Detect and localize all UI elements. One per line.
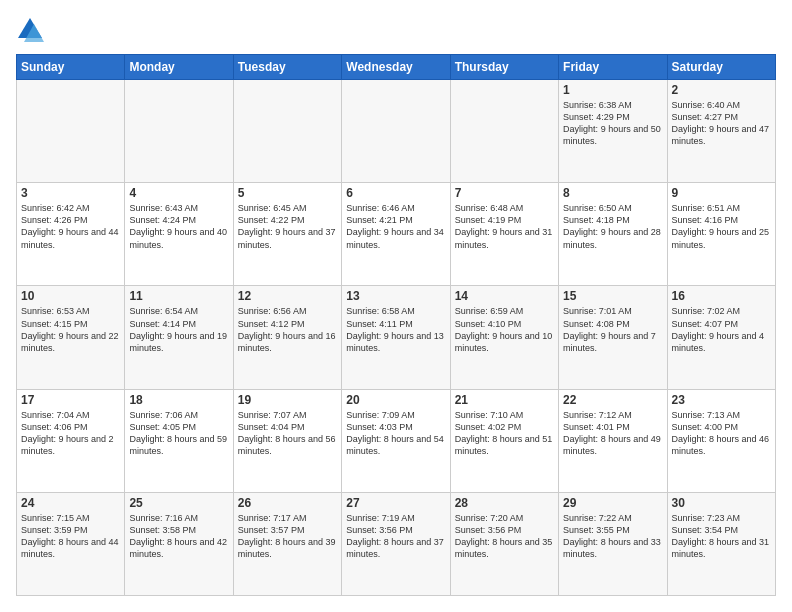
day-cell: 10Sunrise: 6:53 AM Sunset: 4:15 PM Dayli…: [17, 286, 125, 389]
day-cell: 23Sunrise: 7:13 AM Sunset: 4:00 PM Dayli…: [667, 389, 775, 492]
day-cell: [342, 80, 450, 183]
day-number: 16: [672, 289, 771, 303]
day-info: Sunrise: 7:01 AM Sunset: 4:08 PM Dayligh…: [563, 305, 662, 354]
day-cell: 1Sunrise: 6:38 AM Sunset: 4:29 PM Daylig…: [559, 80, 667, 183]
day-number: 23: [672, 393, 771, 407]
day-cell: 2Sunrise: 6:40 AM Sunset: 4:27 PM Daylig…: [667, 80, 775, 183]
day-cell: 30Sunrise: 7:23 AM Sunset: 3:54 PM Dayli…: [667, 492, 775, 595]
day-info: Sunrise: 6:56 AM Sunset: 4:12 PM Dayligh…: [238, 305, 337, 354]
day-info: Sunrise: 7:04 AM Sunset: 4:06 PM Dayligh…: [21, 409, 120, 458]
week-row-5: 24Sunrise: 7:15 AM Sunset: 3:59 PM Dayli…: [17, 492, 776, 595]
day-info: Sunrise: 6:59 AM Sunset: 4:10 PM Dayligh…: [455, 305, 554, 354]
week-row-4: 17Sunrise: 7:04 AM Sunset: 4:06 PM Dayli…: [17, 389, 776, 492]
day-number: 24: [21, 496, 120, 510]
weekday-header-friday: Friday: [559, 55, 667, 80]
weekday-header-monday: Monday: [125, 55, 233, 80]
day-number: 4: [129, 186, 228, 200]
day-cell: 14Sunrise: 6:59 AM Sunset: 4:10 PM Dayli…: [450, 286, 558, 389]
day-number: 7: [455, 186, 554, 200]
day-cell: [125, 80, 233, 183]
day-info: Sunrise: 6:50 AM Sunset: 4:18 PM Dayligh…: [563, 202, 662, 251]
day-info: Sunrise: 7:06 AM Sunset: 4:05 PM Dayligh…: [129, 409, 228, 458]
day-cell: 13Sunrise: 6:58 AM Sunset: 4:11 PM Dayli…: [342, 286, 450, 389]
day-info: Sunrise: 7:13 AM Sunset: 4:00 PM Dayligh…: [672, 409, 771, 458]
day-number: 30: [672, 496, 771, 510]
day-number: 26: [238, 496, 337, 510]
day-cell: [17, 80, 125, 183]
day-cell: 3Sunrise: 6:42 AM Sunset: 4:26 PM Daylig…: [17, 183, 125, 286]
day-cell: 5Sunrise: 6:45 AM Sunset: 4:22 PM Daylig…: [233, 183, 341, 286]
day-number: 12: [238, 289, 337, 303]
week-row-2: 3Sunrise: 6:42 AM Sunset: 4:26 PM Daylig…: [17, 183, 776, 286]
day-number: 15: [563, 289, 662, 303]
day-number: 9: [672, 186, 771, 200]
day-info: Sunrise: 6:45 AM Sunset: 4:22 PM Dayligh…: [238, 202, 337, 251]
day-number: 10: [21, 289, 120, 303]
day-number: 19: [238, 393, 337, 407]
week-row-3: 10Sunrise: 6:53 AM Sunset: 4:15 PM Dayli…: [17, 286, 776, 389]
day-info: Sunrise: 6:54 AM Sunset: 4:14 PM Dayligh…: [129, 305, 228, 354]
day-number: 21: [455, 393, 554, 407]
day-info: Sunrise: 7:10 AM Sunset: 4:02 PM Dayligh…: [455, 409, 554, 458]
day-info: Sunrise: 7:16 AM Sunset: 3:58 PM Dayligh…: [129, 512, 228, 561]
day-cell: 22Sunrise: 7:12 AM Sunset: 4:01 PM Dayli…: [559, 389, 667, 492]
weekday-header-tuesday: Tuesday: [233, 55, 341, 80]
day-number: 22: [563, 393, 662, 407]
week-row-1: 1Sunrise: 6:38 AM Sunset: 4:29 PM Daylig…: [17, 80, 776, 183]
day-info: Sunrise: 6:53 AM Sunset: 4:15 PM Dayligh…: [21, 305, 120, 354]
day-info: Sunrise: 7:09 AM Sunset: 4:03 PM Dayligh…: [346, 409, 445, 458]
day-cell: 9Sunrise: 6:51 AM Sunset: 4:16 PM Daylig…: [667, 183, 775, 286]
day-info: Sunrise: 7:19 AM Sunset: 3:56 PM Dayligh…: [346, 512, 445, 561]
day-number: 27: [346, 496, 445, 510]
day-info: Sunrise: 6:38 AM Sunset: 4:29 PM Dayligh…: [563, 99, 662, 148]
day-cell: 29Sunrise: 7:22 AM Sunset: 3:55 PM Dayli…: [559, 492, 667, 595]
day-cell: 27Sunrise: 7:19 AM Sunset: 3:56 PM Dayli…: [342, 492, 450, 595]
day-number: 1: [563, 83, 662, 97]
day-number: 25: [129, 496, 228, 510]
day-info: Sunrise: 7:17 AM Sunset: 3:57 PM Dayligh…: [238, 512, 337, 561]
day-number: 3: [21, 186, 120, 200]
day-cell: 16Sunrise: 7:02 AM Sunset: 4:07 PM Dayli…: [667, 286, 775, 389]
day-info: Sunrise: 7:12 AM Sunset: 4:01 PM Dayligh…: [563, 409, 662, 458]
day-number: 28: [455, 496, 554, 510]
weekday-header-sunday: Sunday: [17, 55, 125, 80]
day-info: Sunrise: 6:42 AM Sunset: 4:26 PM Dayligh…: [21, 202, 120, 251]
day-cell: 15Sunrise: 7:01 AM Sunset: 4:08 PM Dayli…: [559, 286, 667, 389]
day-number: 20: [346, 393, 445, 407]
day-cell: 4Sunrise: 6:43 AM Sunset: 4:24 PM Daylig…: [125, 183, 233, 286]
day-info: Sunrise: 6:43 AM Sunset: 4:24 PM Dayligh…: [129, 202, 228, 251]
logo-icon: [16, 16, 44, 44]
page: SundayMondayTuesdayWednesdayThursdayFrid…: [0, 0, 792, 612]
day-info: Sunrise: 7:02 AM Sunset: 4:07 PM Dayligh…: [672, 305, 771, 354]
day-info: Sunrise: 6:48 AM Sunset: 4:19 PM Dayligh…: [455, 202, 554, 251]
day-number: 17: [21, 393, 120, 407]
day-cell: 28Sunrise: 7:20 AM Sunset: 3:56 PM Dayli…: [450, 492, 558, 595]
weekday-header-thursday: Thursday: [450, 55, 558, 80]
weekday-header-saturday: Saturday: [667, 55, 775, 80]
day-cell: 21Sunrise: 7:10 AM Sunset: 4:02 PM Dayli…: [450, 389, 558, 492]
calendar-table: SundayMondayTuesdayWednesdayThursdayFrid…: [16, 54, 776, 596]
day-number: 13: [346, 289, 445, 303]
day-cell: [233, 80, 341, 183]
day-number: 8: [563, 186, 662, 200]
day-number: 14: [455, 289, 554, 303]
day-info: Sunrise: 6:46 AM Sunset: 4:21 PM Dayligh…: [346, 202, 445, 251]
day-cell: 7Sunrise: 6:48 AM Sunset: 4:19 PM Daylig…: [450, 183, 558, 286]
day-info: Sunrise: 7:15 AM Sunset: 3:59 PM Dayligh…: [21, 512, 120, 561]
day-info: Sunrise: 7:22 AM Sunset: 3:55 PM Dayligh…: [563, 512, 662, 561]
weekday-header-row: SundayMondayTuesdayWednesdayThursdayFrid…: [17, 55, 776, 80]
day-number: 6: [346, 186, 445, 200]
day-info: Sunrise: 6:58 AM Sunset: 4:11 PM Dayligh…: [346, 305, 445, 354]
day-number: 29: [563, 496, 662, 510]
day-cell: 25Sunrise: 7:16 AM Sunset: 3:58 PM Dayli…: [125, 492, 233, 595]
day-info: Sunrise: 7:20 AM Sunset: 3:56 PM Dayligh…: [455, 512, 554, 561]
day-number: 5: [238, 186, 337, 200]
day-info: Sunrise: 6:40 AM Sunset: 4:27 PM Dayligh…: [672, 99, 771, 148]
day-number: 18: [129, 393, 228, 407]
day-cell: 19Sunrise: 7:07 AM Sunset: 4:04 PM Dayli…: [233, 389, 341, 492]
day-cell: 6Sunrise: 6:46 AM Sunset: 4:21 PM Daylig…: [342, 183, 450, 286]
day-cell: 8Sunrise: 6:50 AM Sunset: 4:18 PM Daylig…: [559, 183, 667, 286]
day-number: 11: [129, 289, 228, 303]
day-cell: 12Sunrise: 6:56 AM Sunset: 4:12 PM Dayli…: [233, 286, 341, 389]
day-info: Sunrise: 7:23 AM Sunset: 3:54 PM Dayligh…: [672, 512, 771, 561]
